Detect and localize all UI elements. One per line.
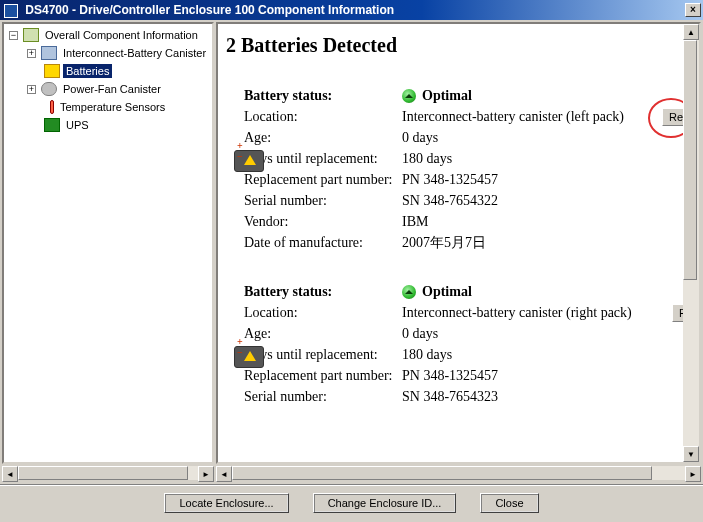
status-optimal-icon xyxy=(402,285,416,299)
serial-label: Serial number: xyxy=(244,389,402,405)
canister-icon xyxy=(41,46,57,60)
scroll-up-button[interactable]: ▲ xyxy=(683,24,699,40)
days-label: Days until replacement: xyxy=(244,151,402,167)
age-label: Age: xyxy=(244,130,402,146)
part-value: PN 348-1325457 xyxy=(402,172,498,188)
tree-item-label: Interconnect-Battery Canister xyxy=(60,46,209,60)
battery-block-1: Battery status: Optimal Location: Interc… xyxy=(244,85,683,253)
status-label: Battery status: xyxy=(244,88,402,104)
age-value: 0 days xyxy=(402,130,438,146)
tree-item-powerfan[interactable]: + Power-Fan Canister xyxy=(6,80,212,98)
serial-value: SN 348-7654322 xyxy=(402,193,498,209)
button-bar: Locate Enclosure... Change Enclosure ID.… xyxy=(0,484,703,520)
tree-item-batteries[interactable]: Batteries xyxy=(6,62,212,80)
tree-root-label: Overall Component Information xyxy=(42,28,201,42)
tree-item-label: Batteries xyxy=(63,64,112,78)
tree-hscroll[interactable]: ◄ ► xyxy=(2,466,214,480)
tree-item-ups[interactable]: UPS xyxy=(6,116,212,134)
scroll-right-button[interactable]: ► xyxy=(198,466,214,482)
status-value: Optimal xyxy=(422,284,472,300)
days-value: 180 days xyxy=(402,151,452,167)
window-title: DS4700 - Drive/Controller Enclosure 100 … xyxy=(25,3,394,17)
content-area: − Overall Component Information + Interc… xyxy=(0,20,703,466)
detail-pane: 2 Batteries Detected Battery status: Opt… xyxy=(216,22,701,464)
dom-value: 2007年5月7日 xyxy=(402,234,486,252)
serial-label: Serial number: xyxy=(244,193,402,209)
fan-icon xyxy=(41,82,57,96)
tree-root[interactable]: − Overall Component Information xyxy=(6,26,212,44)
age-value: 0 days xyxy=(402,326,438,342)
vertical-scrollbar[interactable]: ▲ ▼ xyxy=(683,24,699,462)
reset-button[interactable]: Re xyxy=(672,304,683,322)
location-value: Interconnect-battery canister (left pack… xyxy=(402,109,624,125)
tree-item-label: Power-Fan Canister xyxy=(60,82,164,96)
dom-label: Date of manufacture: xyxy=(244,235,402,251)
expand-icon[interactable]: + xyxy=(27,49,36,58)
scrollbar-thumb[interactable] xyxy=(232,466,652,480)
hscroll-row: ◄ ► ◄ ► xyxy=(0,466,703,482)
expand-icon[interactable]: + xyxy=(27,85,36,94)
scroll-left-button[interactable]: ◄ xyxy=(2,466,18,482)
part-value: PN 348-1325457 xyxy=(402,368,498,384)
part-label: Replacement part number: xyxy=(244,172,402,188)
scrollbar-thumb[interactable] xyxy=(18,466,188,480)
tree-item-interconnect[interactable]: + Interconnect-Battery Canister xyxy=(6,44,212,62)
scrollbar-thumb[interactable] xyxy=(683,40,697,280)
ups-icon xyxy=(44,118,60,132)
tree-item-label: Temperature Sensors xyxy=(57,100,168,114)
serial-value: SN 348-7654323 xyxy=(402,389,498,405)
tree-item-label: UPS xyxy=(63,118,92,132)
location-label: Location: xyxy=(244,109,402,125)
location-label: Location: xyxy=(244,305,402,321)
enclosure-icon xyxy=(23,28,39,42)
detail-hscroll[interactable]: ◄ ► xyxy=(216,466,701,480)
close-icon[interactable]: × xyxy=(685,3,701,17)
status-optimal-icon xyxy=(402,89,416,103)
vendor-label: Vendor: xyxy=(244,214,402,230)
change-enclosure-id-button[interactable]: Change Enclosure ID... xyxy=(313,493,457,513)
part-label: Replacement part number: xyxy=(244,368,402,384)
page-title: 2 Batteries Detected xyxy=(226,34,683,57)
battery-large-icon xyxy=(234,346,264,368)
locate-enclosure-button[interactable]: Locate Enclosure... xyxy=(164,493,288,513)
app-icon xyxy=(4,4,18,18)
thermometer-icon xyxy=(50,100,54,114)
scroll-down-button[interactable]: ▼ xyxy=(683,446,699,462)
status-value: Optimal xyxy=(422,88,472,104)
tree-item-temperature[interactable]: Temperature Sensors xyxy=(6,98,212,116)
titlebar: DS4700 - Drive/Controller Enclosure 100 … xyxy=(0,0,703,20)
battery-block-2: Battery status: Optimal Location: Interc… xyxy=(244,281,683,407)
days-label: Days until replacement: xyxy=(244,347,402,363)
close-button[interactable]: Close xyxy=(480,493,538,513)
collapse-icon[interactable]: − xyxy=(9,31,18,40)
scroll-right-button[interactable]: ► xyxy=(685,466,701,482)
status-label: Battery status: xyxy=(244,284,402,300)
scroll-left-button[interactable]: ◄ xyxy=(216,466,232,482)
tree-pane: − Overall Component Information + Interc… xyxy=(2,22,214,464)
location-value: Interconnect-battery canister (right pac… xyxy=(402,305,632,321)
age-label: Age: xyxy=(244,326,402,342)
battery-icon xyxy=(44,64,60,78)
days-value: 180 days xyxy=(402,347,452,363)
reset-button[interactable]: Res xyxy=(662,108,683,126)
vendor-value: IBM xyxy=(402,214,428,230)
battery-large-icon xyxy=(234,150,264,172)
